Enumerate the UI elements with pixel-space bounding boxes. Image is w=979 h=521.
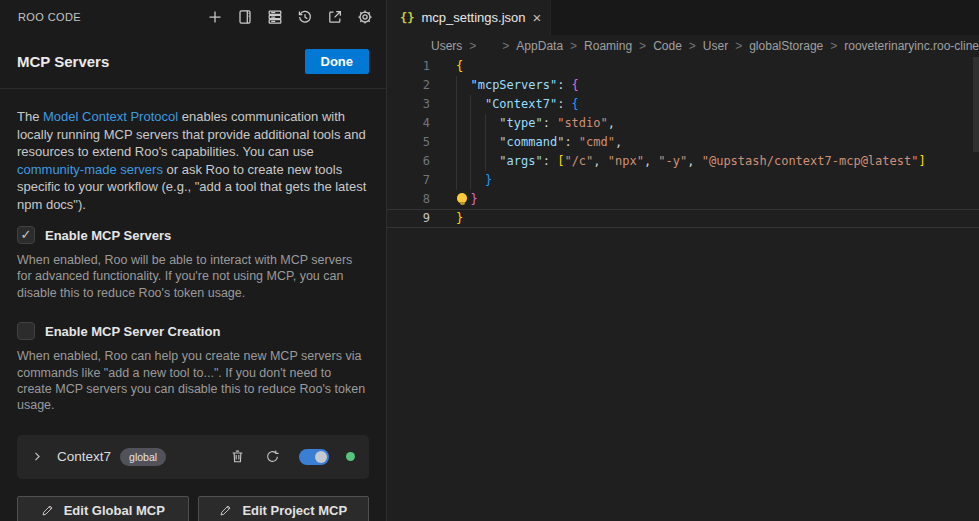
done-button[interactable]: Done <box>305 49 370 74</box>
breadcrumb-separator: > <box>689 39 696 53</box>
code-token: "command" <box>499 135 564 149</box>
open-in-editor-icon[interactable] <box>324 6 346 28</box>
tab-close-icon[interactable]: × <box>533 10 542 25</box>
breadcrumb-segment[interactable]: Users <box>431 39 462 53</box>
code-token: "npx" <box>608 154 644 168</box>
app-window: ROO CODE <box>0 0 979 521</box>
delete-server-trash-icon[interactable] <box>228 448 246 466</box>
editor-tabbar: {} mcp_settings.json × <box>387 0 979 35</box>
mcp-servers-icon[interactable] <box>264 6 286 28</box>
code-token: "/c" <box>564 154 593 168</box>
code-token: "cmd" <box>579 135 615 149</box>
panel-body: The Model Context Protocol enables commu… <box>0 89 386 521</box>
panel-toolbar <box>204 6 376 28</box>
indent-guide <box>485 152 486 171</box>
code-line[interactable]: 5 "command": "cmd", <box>387 133 979 152</box>
enable-mcp-servers-checkbox[interactable]: ✓ <box>17 226 35 244</box>
pencil-icon <box>41 504 54 517</box>
line-number: 6 <box>387 152 430 171</box>
prompts-notebook-icon[interactable] <box>234 6 256 28</box>
code-token <box>456 116 499 130</box>
code-token: : <box>543 154 557 168</box>
tab-label: mcp_settings.json <box>421 10 525 25</box>
community-made-servers-link[interactable]: community-made servers <box>17 162 163 177</box>
indent-guide <box>485 114 486 133</box>
code-line[interactable]: 7 } <box>387 171 979 190</box>
breadcrumb-segment[interactable]: AppData <box>516 39 563 53</box>
code-line-content: { <box>456 57 979 76</box>
indent-guide <box>485 133 486 152</box>
code-line[interactable]: 3 "Context7": { <box>387 95 979 114</box>
breadcrumb-segment[interactable]: Roaming <box>584 39 632 53</box>
code-line-content: } <box>456 209 979 228</box>
server-scope-badge: global <box>120 448 166 466</box>
code-token: : <box>557 97 571 111</box>
settings-gear-icon[interactable] <box>354 6 376 28</box>
code-line-content: "Context7": { <box>456 95 979 114</box>
edit-project-mcp-label: Edit Project MCP <box>242 503 347 518</box>
tab-mcp-settings-json[interactable]: {} mcp_settings.json × <box>387 0 551 35</box>
code-area[interactable]: 1{2 "mcpServers": {3 "Context7": {4 "typ… <box>387 57 979 228</box>
code-token: , <box>608 116 615 130</box>
pencil-icon <box>219 504 232 517</box>
history-icon[interactable] <box>294 6 316 28</box>
line-number: 2 <box>387 76 430 95</box>
breadcrumb-segment[interactable]: User <box>703 39 728 53</box>
panel-titlebar: ROO CODE <box>0 0 386 34</box>
code-token: } <box>456 211 463 225</box>
mcp-server-row-context7[interactable]: Context7 global <box>17 435 369 479</box>
code-token: "Context7" <box>485 97 557 111</box>
toggle-knob <box>315 451 327 463</box>
breadcrumb-segment[interactable]: rooveterinaryinc.roo-cline <box>844 39 979 53</box>
code-line-content: "args": ["/c", "npx", "-y", "@upstash/co… <box>456 152 979 171</box>
model-context-protocol-link[interactable]: Model Context Protocol <box>43 109 178 124</box>
indent-guide <box>456 76 457 95</box>
enable-mcp-servers-label: Enable MCP Servers <box>45 228 171 243</box>
code-token: , <box>644 154 658 168</box>
code-line[interactable]: 9} <box>387 209 979 228</box>
code-token: } <box>470 192 477 206</box>
server-enabled-toggle[interactable] <box>299 449 329 465</box>
restart-server-refresh-icon[interactable] <box>263 448 281 466</box>
breadcrumb-separator: > <box>469 39 476 53</box>
enable-mcp-creation-description: When enabled, Roo can help you create ne… <box>17 348 369 414</box>
enable-mcp-creation-checkbox[interactable] <box>17 322 35 340</box>
indent-guide <box>470 114 471 133</box>
code-line[interactable]: 6 "args": ["/c", "npx", "-y", "@upstash/… <box>387 152 979 171</box>
new-task-plus-icon[interactable] <box>204 6 226 28</box>
intro-paragraph: The Model Context Protocol enables commu… <box>17 108 369 213</box>
panel-title: ROO CODE <box>18 11 81 23</box>
breadcrumb: Users>>AppData>Roaming>Code>User>globalS… <box>387 35 979 57</box>
code-token: } <box>485 173 492 187</box>
enable-mcp-creation-label: Enable MCP Server Creation <box>45 324 220 339</box>
editor-pane: {} mcp_settings.json × Users>>AppData>Ro… <box>387 0 979 521</box>
code-token <box>456 78 470 92</box>
enable-mcp-servers-description: When enabled, Roo will be able to intera… <box>17 252 369 301</box>
line-number: 4 <box>387 114 430 133</box>
code-line[interactable]: 1{ <box>387 57 979 76</box>
chevron-right-icon[interactable] <box>31 450 45 464</box>
code-token <box>456 154 499 168</box>
breadcrumb-separator: > <box>570 39 577 53</box>
breadcrumb-separator: > <box>502 39 509 53</box>
page-title: MCP Servers <box>17 53 109 70</box>
indent-guide <box>456 114 457 133</box>
editor-scrollbar[interactable] <box>973 57 979 152</box>
code-line[interactable]: 8 } <box>387 190 979 209</box>
code-line-content: } <box>456 171 979 190</box>
code-token: : <box>557 78 571 92</box>
code-action-lightbulb-icon[interactable] <box>457 193 467 203</box>
breadcrumb-segment[interactable]: Code <box>653 39 682 53</box>
code-token: , <box>687 154 701 168</box>
code-line-content: } <box>456 190 979 209</box>
code-token: "type" <box>499 116 542 130</box>
edit-project-mcp-button[interactable]: Edit Project MCP <box>198 496 370 521</box>
code-line[interactable]: 2 "mcpServers": { <box>387 76 979 95</box>
code-line[interactable]: 4 "type": "stdio", <box>387 114 979 133</box>
breadcrumb-segment[interactable]: globalStorage <box>749 39 823 53</box>
indent-guide <box>456 152 457 171</box>
panel-header: MCP Servers Done <box>0 34 386 89</box>
indent-guide <box>470 95 471 114</box>
indent-guide <box>456 171 457 190</box>
edit-global-mcp-button[interactable]: Edit Global MCP <box>17 496 189 521</box>
